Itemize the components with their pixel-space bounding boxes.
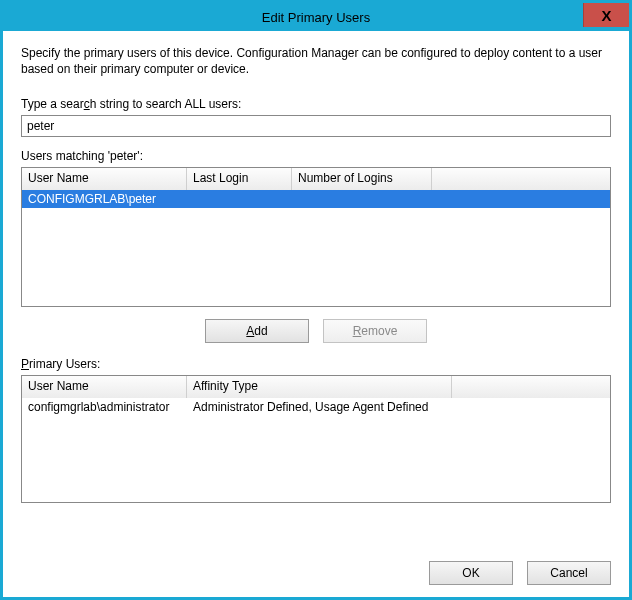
description-text: Specify the primary users of this device… bbox=[21, 45, 611, 77]
cell-user: CONFIGMGRLAB\peter bbox=[22, 191, 187, 207]
col-affinity[interactable]: Affinity Type bbox=[187, 376, 452, 398]
cell-num-logins bbox=[292, 198, 432, 200]
dialog-content: Specify the primary users of this device… bbox=[3, 31, 629, 597]
col-filler bbox=[432, 168, 610, 190]
primary-table[interactable]: User Name Affinity Type configmgrlab\adm… bbox=[21, 375, 611, 503]
ok-button[interactable]: OK bbox=[429, 561, 513, 585]
remove-button: Remove bbox=[323, 319, 427, 343]
table-row[interactable]: configmgrlab\administrator Administrator… bbox=[22, 398, 610, 416]
cell-last-login bbox=[187, 198, 292, 200]
table-row[interactable]: CONFIGMGRLAB\peter bbox=[22, 190, 610, 208]
col-user-name[interactable]: User Name bbox=[22, 376, 187, 398]
cell-user: configmgrlab\administrator bbox=[22, 399, 187, 415]
matching-header: User Name Last Login Number of Logins bbox=[22, 168, 610, 190]
add-remove-row: Add Remove bbox=[21, 319, 611, 343]
close-icon[interactable]: X bbox=[583, 3, 629, 27]
col-user-name[interactable]: User Name bbox=[22, 168, 187, 190]
matching-label: Users matching 'peter': bbox=[21, 149, 611, 163]
cell-affinity: Administrator Defined, Usage Agent Defin… bbox=[187, 399, 610, 415]
search-input[interactable] bbox=[21, 115, 611, 137]
matching-body: CONFIGMGRLAB\peter bbox=[22, 190, 610, 208]
add-button[interactable]: Add bbox=[205, 319, 309, 343]
primary-header: User Name Affinity Type bbox=[22, 376, 610, 398]
col-filler bbox=[452, 376, 610, 398]
dialog-footer: OK Cancel bbox=[21, 561, 611, 587]
col-num-logins[interactable]: Number of Logins bbox=[292, 168, 432, 190]
edit-primary-users-window: Edit Primary Users X Specify the primary… bbox=[0, 0, 632, 600]
primary-body: configmgrlab\administrator Administrator… bbox=[22, 398, 610, 416]
window-title: Edit Primary Users bbox=[262, 10, 370, 25]
col-last-login[interactable]: Last Login bbox=[187, 168, 292, 190]
primary-label: Primary Users: bbox=[21, 357, 611, 371]
cancel-button[interactable]: Cancel bbox=[527, 561, 611, 585]
titlebar[interactable]: Edit Primary Users X bbox=[3, 3, 629, 31]
search-label: Type a search string to search ALL users… bbox=[21, 97, 611, 111]
matching-table[interactable]: User Name Last Login Number of Logins CO… bbox=[21, 167, 611, 307]
